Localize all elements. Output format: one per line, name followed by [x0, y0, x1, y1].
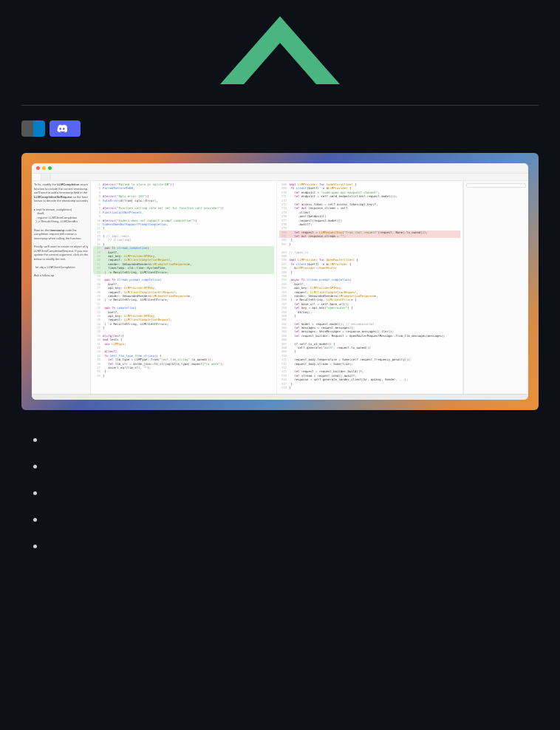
badges-row — [21, 120, 539, 137]
ai-hint-card — [466, 183, 526, 188]
discord-badge[interactable] — [49, 120, 81, 137]
editor-tab[interactable] — [41, 174, 51, 180]
maximize-icon — [48, 166, 52, 170]
feature-inline-widget — [45, 484, 539, 502]
editor-tab[interactable] — [32, 174, 41, 180]
editor-tabs — [32, 174, 528, 181]
divider — [21, 105, 539, 106]
feature-code-completion — [45, 511, 539, 528]
svg-marker-0 — [220, 16, 340, 84]
editor-statusbar — [32, 394, 528, 400]
discord-icon — [57, 123, 67, 134]
editor-pane: 1#[error("Failed to store in sqlite DB")… — [91, 181, 463, 394]
editor-body: To fix, modify the LLMCompletion structu… — [32, 181, 528, 394]
feature-proactive-agents — [45, 457, 539, 475]
version-badge-label — [21, 120, 33, 137]
close-icon — [36, 166, 40, 170]
feature-chat-edit — [45, 431, 539, 448]
code-pane-left: 1#[error("Failed to store in sqlite DB")… — [91, 181, 277, 394]
editor-sidebar: To fix, modify the LLMCompletion structu… — [32, 181, 91, 394]
ai-panel — [463, 181, 528, 394]
code-pane-right: 268impl LLMProvider for CodeStoryClient … — [277, 181, 463, 394]
hero-screenshot: To fix, modify the LLMCompletion structu… — [21, 153, 539, 410]
version-badge-value — [33, 120, 45, 137]
feature-ast-navigation — [45, 537, 539, 555]
editor-window: To fix, modify the LLMCompletion structu… — [32, 163, 528, 400]
aide-logo-icon — [220, 16, 340, 84]
editor-titlebar — [32, 163, 528, 174]
features-list — [21, 431, 539, 555]
traffic-lights — [36, 166, 52, 170]
minimize-icon — [42, 166, 46, 170]
version-badge[interactable] — [21, 120, 45, 137]
logo-container — [21, 0, 539, 90]
